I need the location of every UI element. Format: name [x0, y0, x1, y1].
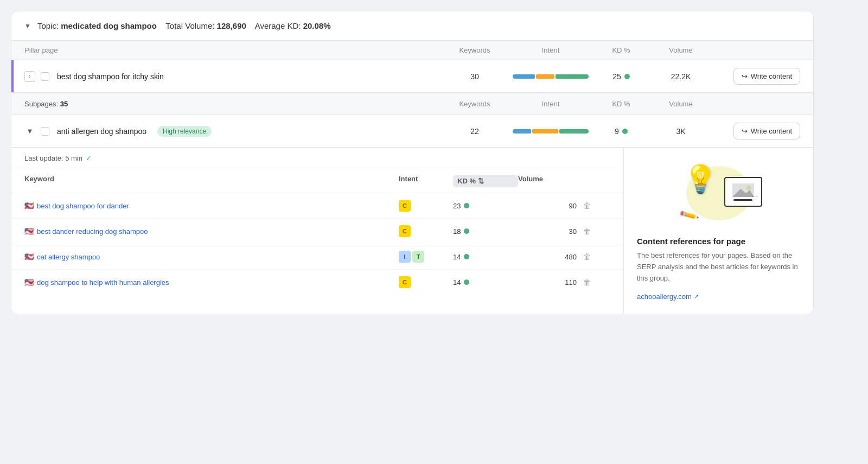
trash-icon-1[interactable]: 🗑 — [583, 201, 591, 210]
last-update-bar: Last update: 5 min ✓ — [11, 148, 623, 169]
kw-name-4: dog shampoo to help with human allergies — [37, 278, 169, 287]
kw-link-4[interactable]: 🇺🇸 dog shampoo to help with human allerg… — [24, 278, 399, 287]
kw-cell-2: 🇺🇸 best dander reducing dog shampoo — [24, 227, 399, 236]
kw-cell-3: 🇺🇸 cat allergy shampoo — [24, 252, 399, 261]
subpage-anti-allergen-row: ▼ anti allergen dog shampoo High relevan… — [11, 115, 813, 147]
kw-volume-1: 90 — [518, 202, 583, 210]
pillar-kd-cell: 25 — [594, 72, 648, 81]
subpage-kd-dot — [622, 129, 628, 134]
kw-flag-2: 🇺🇸 — [24, 227, 34, 236]
subpages-col-intent: Intent — [507, 100, 594, 108]
kw-trash-3[interactable]: 🗑 — [583, 252, 610, 261]
kw-kd-val-2: 18 — [453, 227, 461, 236]
ref-link[interactable]: achooallergy.com ↗ — [637, 293, 800, 301]
pillar-write-content-button[interactable]: ↪ Write content — [733, 68, 800, 85]
kw-trash-2[interactable]: 🗑 — [583, 227, 610, 236]
kw-row-1: 🇺🇸 best dog shampoo for dander C 23 90 🗑 — [11, 193, 623, 219]
volume-label: Total Volume: — [165, 21, 214, 30]
kw-intent-3: I T — [399, 251, 453, 263]
col-keywords-1: Keywords — [442, 46, 507, 54]
subpage-intent-bar-inner — [513, 129, 589, 134]
high-relevance-badge: High relevance — [157, 126, 212, 137]
pillar-row-controls: › best dog shampoo for itchy skin — [24, 71, 442, 82]
subpage-write-content-button[interactable]: ↪ Write content — [733, 123, 800, 139]
intent-col-header: Intent — [399, 175, 453, 187]
pillar-expand-button[interactable]: › — [24, 71, 35, 82]
kw-name-1: best dog shampoo for dander — [37, 202, 129, 210]
kd-value: 20.08% — [303, 21, 331, 30]
topic-label-text: Topic: medicated dog shampoo Total Volum… — [37, 21, 331, 30]
pillar-checkbox[interactable] — [41, 72, 49, 81]
kd-filter-icon[interactable]: ⇅ — [478, 177, 484, 185]
right-panel: 💡 ··· ✏️ — [623, 148, 813, 314]
volume-col-header: Volume — [518, 175, 583, 187]
kw-kd-dot-3 — [464, 254, 469, 259]
trash-icon-2[interactable]: 🗑 — [583, 227, 591, 236]
pillar-kd-value: 25 — [612, 72, 621, 81]
illustration-wrap: 💡 ··· ✏️ — [675, 161, 762, 226]
content-ref-desc: The best references for your pages. Base… — [637, 250, 800, 284]
col-volume-1: Volume — [648, 46, 713, 54]
kw-link-3[interactable]: 🇺🇸 cat allergy shampoo — [24, 252, 399, 261]
last-update-text: Last update: 5 min — [24, 154, 82, 162]
kw-kd-dot-2 — [464, 228, 469, 234]
subpage-intent-bar — [507, 129, 594, 134]
last-update-check-icon: ✓ — [86, 154, 92, 162]
pillar-intent-bar — [507, 74, 594, 79]
kw-trash-1[interactable]: 🗑 — [583, 201, 610, 210]
subpage-expand-button[interactable]: ▼ — [24, 126, 35, 137]
col-intent-1: Intent — [507, 46, 594, 54]
kw-row-2: 🇺🇸 best dander reducing dog shampoo C 18… — [11, 219, 623, 244]
pillar-page-title: best dog shampoo for itchy skin — [57, 72, 164, 81]
illus-card-line — [733, 199, 752, 201]
subpage-write-btn-label: Write content — [751, 127, 792, 135]
kd-label: Average KD: — [255, 21, 301, 30]
trash-icon-3[interactable]: 🗑 — [583, 252, 591, 261]
kd-header-badge: KD % ⇅ — [453, 175, 518, 187]
subpage-kd-value: 9 — [615, 127, 619, 136]
topic-chevron-icon[interactable]: ▼ — [24, 22, 31, 30]
subpage-row-controls: ▼ anti allergen dog shampoo High relevan… — [24, 126, 442, 137]
subpages-label: Subpages: 35 — [24, 100, 442, 108]
trash-icon-4[interactable]: 🗑 — [583, 278, 591, 287]
subpage-intent-seg-2 — [532, 129, 558, 134]
kw-kd-2: 18 — [453, 227, 518, 236]
kw-trash-4[interactable]: 🗑 — [583, 278, 610, 287]
content-ref-title: Content references for page — [637, 237, 800, 246]
subpage-write-icon: ↪ — [742, 127, 748, 135]
kw-col-header: Keyword — [24, 175, 399, 187]
illus-card: ··· — [724, 177, 762, 207]
write-icon: ↪ — [742, 72, 748, 80]
kw-kd-val-3: 14 — [453, 253, 461, 261]
kw-row-3: 🇺🇸 cat allergy shampoo I T 14 480 🗑 — [11, 244, 623, 270]
subpage-intent-seg-3 — [559, 129, 589, 134]
kw-volume-3: 480 — [518, 253, 583, 261]
main-card: ▼ Topic: medicated dog shampoo Total Vol… — [11, 11, 814, 314]
svg-point-2 — [746, 186, 751, 190]
kw-volume-2: 30 — [518, 227, 583, 236]
ref-link-text: achooallergy.com — [637, 293, 692, 301]
topic-prefix: Topic: — [37, 21, 59, 30]
kd-col-header: KD % ⇅ — [453, 175, 518, 187]
pillar-intent-bar-inner — [513, 74, 589, 79]
external-link-icon: ↗ — [694, 293, 699, 300]
intent-badge-t-3: T — [412, 251, 424, 263]
subpage-keywords-count: 22 — [442, 127, 507, 136]
subpages-col-keywords: Keywords — [442, 100, 507, 108]
subpages-header: Subpages: 35 Keywords Intent KD % Volume — [11, 93, 813, 115]
kw-kd-4: 14 — [453, 278, 518, 287]
kw-name-3: cat allergy shampoo — [37, 253, 100, 261]
pillar-volume: 22.2K — [648, 72, 713, 81]
subpage-intent-seg-1 — [513, 129, 531, 134]
pillar-intent-seg-2 — [536, 74, 554, 79]
kw-link-2[interactable]: 🇺🇸 best dander reducing dog shampoo — [24, 227, 399, 236]
kw-link-1[interactable]: 🇺🇸 best dog shampoo for dander — [24, 201, 399, 210]
kw-kd-1: 23 — [453, 202, 518, 210]
subpage-checkbox[interactable] — [41, 127, 49, 136]
pillar-page-row: › best dog shampoo for itchy skin 30 25 … — [11, 60, 813, 93]
expanded-area: Last update: 5 min ✓ Keyword Intent KD %… — [11, 147, 813, 314]
pillar-write-btn-label: Write content — [751, 72, 792, 80]
intent-badge-i-3: I — [399, 251, 411, 263]
intent-badge-c-1: C — [399, 200, 411, 212]
keywords-table-header: Keyword Intent KD % ⇅ Volume — [11, 169, 623, 193]
